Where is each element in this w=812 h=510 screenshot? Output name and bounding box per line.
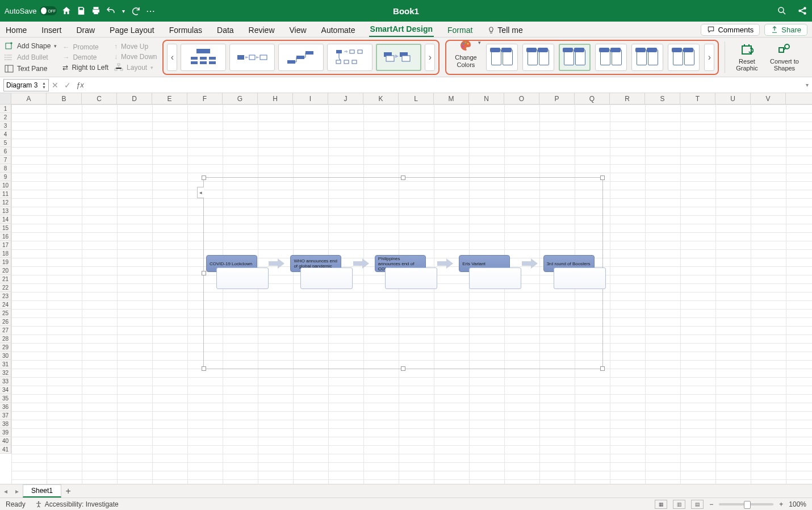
row-header[interactable]: 6 [0,147,11,156]
row-header[interactable]: 20 [0,266,11,275]
row-header[interactable]: 7 [0,156,11,164]
tab-review[interactable]: Review [248,23,276,37]
column-header[interactable]: I [293,93,328,104]
view-normal[interactable]: ▦ [655,500,667,509]
row-header[interactable]: 38 [0,420,11,428]
row-header[interactable]: 11 [0,190,11,198]
tab-home[interactable]: Home [5,23,28,37]
resize-handle[interactable] [600,366,605,371]
row-header[interactable]: 14 [0,215,11,224]
row-header[interactable]: 37 [0,411,11,420]
home-icon[interactable] [61,6,72,16]
row-header[interactable]: 17 [0,241,11,249]
row-header[interactable]: 16 [0,232,11,241]
column-header[interactable]: T [680,93,715,104]
layout-option-1[interactable] [181,44,226,71]
add-shape-button[interactable]: Add Shape ▾ [5,41,57,51]
style-option-1[interactable] [486,44,518,71]
column-header[interactable]: Q [575,93,610,104]
style-option-4[interactable] [595,44,627,71]
name-box[interactable]: Diagram 3 ▲▼ [3,79,49,91]
column-header[interactable]: J [328,93,363,104]
tab-formulas[interactable]: Formulas [168,23,203,37]
cancel-formula[interactable]: ✕ [49,81,61,90]
add-sheet-button[interactable]: + [61,486,75,496]
convert-to-shapes-button[interactable]: Convert to Shapes [768,43,800,72]
undo-dropdown-icon[interactable]: ▾ [120,6,126,16]
smartart-node-body[interactable] [385,267,437,289]
column-header[interactable]: B [47,93,82,104]
row-header[interactable]: 32 [0,369,11,377]
comments-button[interactable]: Comments [701,24,760,36]
column-header[interactable]: K [363,93,399,104]
row-header[interactable]: 9 [0,173,11,181]
column-header[interactable]: H [258,93,293,104]
layout-option-2[interactable] [229,44,275,71]
zoom-level[interactable]: 100% [789,500,806,508]
share-button[interactable]: Share [764,24,807,36]
row-header[interactable]: 29 [0,343,11,352]
rtl-button[interactable]: ⇄Right to Left [62,64,108,72]
column-header[interactable]: U [715,93,751,104]
row-header[interactable]: 5 [0,139,11,147]
tab-data[interactable]: Data [216,23,235,37]
smartart-node[interactable]: WHO announces end of global pandemic [290,255,347,272]
smartart-node-body[interactable] [469,267,521,289]
tab-view[interactable]: View [288,23,308,37]
layout-option-5[interactable] [376,44,421,71]
gallery-prev[interactable]: ‹ [167,44,177,71]
resize-handle[interactable] [202,366,206,371]
row-header[interactable]: 40 [0,437,11,445]
row-header[interactable]: 30 [0,352,11,360]
resize-handle[interactable] [401,175,405,180]
save-icon[interactable] [76,6,86,16]
smartart-node-body[interactable] [300,267,353,289]
column-header[interactable]: S [645,93,680,104]
column-header[interactable]: L [399,93,434,104]
style-option-6[interactable] [668,44,700,71]
tab-page-layout[interactable]: Page Layout [108,23,156,37]
row-header[interactable]: 26 [0,317,11,326]
column-header[interactable]: O [504,93,539,104]
column-header[interactable]: F [187,93,223,104]
row-header[interactable]: 10 [0,181,11,190]
row-header[interactable]: 22 [0,283,11,292]
row-header[interactable]: 25 [0,309,11,317]
tab-smartart-design[interactable]: SmartArt Design [369,22,434,37]
row-header[interactable]: 4 [0,130,11,139]
smartart-diagram[interactable]: ◂ COVID-19 LockdownWHO announces end of … [203,177,603,369]
row-header[interactable]: 39 [0,428,11,437]
text-pane-button[interactable]: Text Pane [5,64,57,73]
row-header[interactable]: 33 [0,377,11,386]
zoom-in[interactable]: + [779,500,783,508]
sheet-nav-prev[interactable]: ◂ [0,487,11,495]
row-header[interactable]: 21 [0,275,11,283]
row-header[interactable]: 8 [0,164,11,173]
gallery-next[interactable]: › [425,44,435,71]
zoom-slider[interactable] [719,503,773,505]
row-header[interactable]: 27 [0,326,11,335]
fx-icon[interactable]: ƒx [76,81,84,89]
column-header[interactable]: A [11,93,47,104]
row-header[interactable]: 1 [0,104,11,113]
tab-draw[interactable]: Draw [75,23,96,37]
column-header[interactable]: D [117,93,152,104]
column-header[interactable]: G [223,93,258,104]
style-option-5[interactable] [631,44,663,71]
layout-option-3[interactable] [278,44,324,71]
tab-automate[interactable]: Automate [320,23,357,37]
accessibility-status[interactable]: Accessibility: Investigate [35,500,119,508]
column-header[interactable]: C [82,93,117,104]
column-header[interactable]: P [539,93,575,104]
column-header[interactable]: V [751,93,786,104]
print-icon[interactable] [91,6,101,16]
spreadsheet-grid[interactable]: 1234567891011121314151617181920212223242… [0,104,812,484]
resize-handle[interactable] [401,366,405,371]
sheet-nav-next[interactable]: ▸ [11,487,23,495]
expand-formula-bar[interactable]: ▾ [806,82,809,88]
row-header[interactable]: 3 [0,122,11,130]
resize-handle[interactable] [202,175,206,180]
smartart-node[interactable]: Philippines announces end of COVID [375,255,432,272]
resize-handle[interactable] [202,271,206,275]
resize-handle[interactable] [600,175,605,180]
